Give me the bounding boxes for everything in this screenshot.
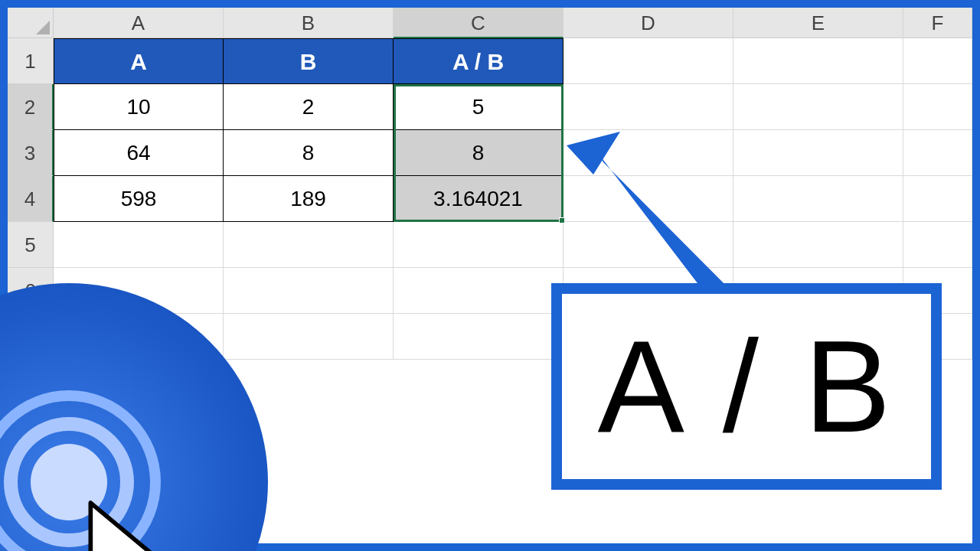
cell-E2[interactable] — [733, 84, 903, 130]
select-all-corner[interactable] — [8, 8, 54, 38]
row-header-4[interactable]: 4 — [8, 176, 54, 222]
formula-callout: A / B — [551, 283, 942, 490]
cell-D2[interactable] — [564, 84, 733, 130]
row-header-5[interactable]: 5 — [8, 222, 54, 268]
cell-B5[interactable] — [224, 222, 394, 268]
cursor-icon — [77, 497, 191, 551]
cell-D1[interactable] — [564, 38, 733, 84]
cell-A4[interactable]: 598 — [54, 176, 224, 222]
cell-E1[interactable] — [733, 38, 903, 84]
cell-A2[interactable]: 10 — [54, 84, 224, 130]
row-1: 1 A B A / B — [8, 38, 972, 84]
cell-B3[interactable]: 8 — [224, 130, 394, 176]
cell-C1[interactable]: A / B — [394, 38, 564, 84]
cell-B2[interactable]: 2 — [224, 84, 394, 130]
row-header-1[interactable]: 1 — [8, 38, 54, 84]
column-header-F[interactable]: F — [903, 8, 972, 38]
cell-C6[interactable] — [394, 268, 564, 314]
cell-B1[interactable]: B — [224, 38, 394, 84]
app-frame: A B C D E F 1 A B A / B 2 10 2 — [0, 0, 980, 551]
row-header-3[interactable]: 3 — [8, 130, 54, 176]
cell-C5[interactable] — [394, 222, 564, 268]
brand-logo — [0, 283, 268, 551]
cell-A5[interactable] — [54, 222, 224, 268]
row-2: 2 10 2 5 — [8, 84, 972, 130]
cell-E5[interactable] — [733, 222, 903, 268]
cell-C4[interactable]: 3.164021 — [394, 176, 564, 222]
cell-F2[interactable] — [903, 84, 972, 130]
cell-F3[interactable] — [903, 130, 972, 176]
column-header-B[interactable]: B — [224, 8, 394, 38]
row-3: 3 64 8 8 — [8, 130, 972, 176]
row-5: 5 — [8, 222, 972, 268]
cell-E3[interactable] — [733, 130, 903, 176]
column-header-E[interactable]: E — [733, 8, 903, 38]
cell-E4[interactable] — [733, 176, 903, 222]
callout-text: A / B — [597, 311, 895, 461]
row-header-2[interactable]: 2 — [8, 84, 54, 130]
callout-arrow-icon — [551, 130, 750, 306]
cell-B4[interactable]: 189 — [224, 176, 394, 222]
row-4: 4 598 189 3.164021 — [8, 176, 972, 222]
column-header-D[interactable]: D — [564, 8, 733, 38]
column-header-C[interactable]: C — [394, 8, 564, 38]
cell-A3[interactable]: 64 — [54, 130, 224, 176]
cell-C3[interactable]: 8 — [394, 130, 564, 176]
svg-marker-0 — [567, 132, 620, 174]
cell-C7[interactable] — [394, 314, 564, 360]
cell-F5[interactable] — [903, 222, 972, 268]
cell-F4[interactable] — [903, 176, 972, 222]
cell-A1[interactable]: A — [54, 38, 224, 84]
cell-C2[interactable]: 5 — [394, 84, 564, 130]
svg-marker-1 — [593, 147, 739, 302]
column-header-row: A B C D E F — [8, 8, 972, 38]
column-header-A[interactable]: A — [54, 8, 224, 38]
cell-F1[interactable] — [903, 38, 972, 84]
